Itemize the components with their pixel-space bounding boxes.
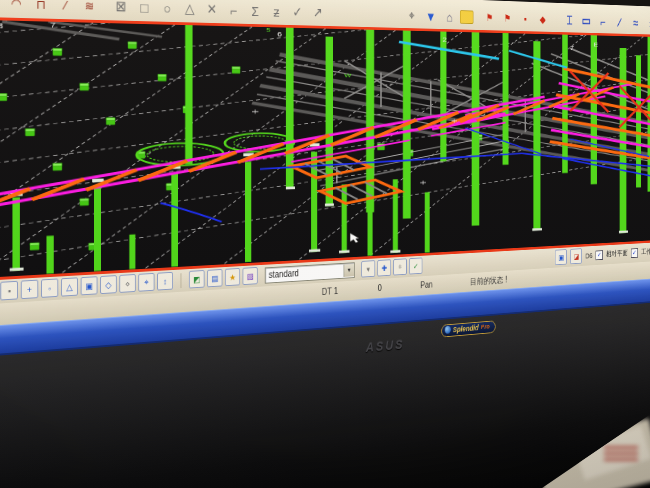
relative-plane-checkbox[interactable]: ✓ [596,250,603,260]
grid-label: 6 [277,31,282,38]
snap-free-icon[interactable]: ↕ [157,272,173,291]
polygon-cut-icon[interactable]: ≋ [79,0,100,17]
globe-icon [445,326,451,334]
cut-part-icon[interactable]: ⊓ [30,0,52,16]
grid-label: 3 [0,23,3,30]
steel-toolbar: ⌶ ▭ ⌐ ∕ ≈ » | [562,10,650,32]
view-hatch-icon[interactable]: ▨ [636,0,649,3]
cross-icon[interactable]: ✕ [202,0,222,21]
part-label: W [344,73,351,79]
work-plane-label: 工作平面 [641,246,650,257]
mouse-cursor-arrow [350,233,359,243]
workplane-home-icon[interactable]: ⌂ [441,6,458,27]
phase-indicator: DT 1 [322,286,338,297]
grid-label: 2 [443,37,447,43]
selection-filter-value: standard [269,268,299,280]
snap-midpoint-icon[interactable]: + [21,280,38,300]
find-icon[interactable]: ⌖ [403,5,420,26]
snap-center-icon[interactable]: ▪ [0,281,18,301]
view-split-icon[interactable]: ◧ [605,0,618,2]
connection-icon[interactable]: ▧ [243,267,258,285]
spiral-beam-icon[interactable]: ≈ [628,13,642,32]
select-all-icon[interactable]: ▾ [361,260,375,277]
chevron-down-icon[interactable]: ▾ [344,264,354,277]
check-icon[interactable]: ✓ [288,1,306,23]
part-label: 5 [266,27,271,33]
desk-paper-print [604,446,638,462]
vector-arrow-icon[interactable]: ↗ [309,2,327,24]
polybeam-icon[interactable]: ⌐ [596,12,611,32]
relative-plane-label: 相对平面 [606,248,628,260]
sticker-text-2: Pro [481,323,490,331]
line-cut-icon[interactable]: ∕ [55,0,77,17]
marker-toolbar: ⚑ ⚑ ▪ ◆ [482,8,551,30]
component-icon[interactable]: ◩ [189,270,205,288]
macro-icon[interactable]: ▤ [207,269,222,287]
mode-indicator: Pan [420,280,432,290]
model-viewport[interactable]: 3 7 6 2 7 E 5 11 W [0,16,650,283]
snap-intersection-icon[interactable]: ◦ [41,278,58,297]
view-pane-icon[interactable]: ▥ [621,0,634,3]
grid-stubs [0,38,509,263]
plane-flip-icon[interactable]: ◪ [570,248,582,264]
count-indicator: 0 [378,283,382,293]
cad-app-window: ▤ ▦ ◧ ▥ ▨ ▪ ◡ ◠ ⊓ ∕ ≋ ⊠ □ [0,0,650,488]
sigma-icon[interactable]: Σ [246,0,265,22]
triangle-icon[interactable]: △ [180,0,200,20]
monitor-screen: ▤ ▦ ◧ ▥ ▨ ▪ ◡ ◠ ⊓ ∕ ≋ ⊠ □ [0,0,650,488]
select-grid-icon[interactable]: ⌗ [393,258,407,275]
grid-label: 7 [50,22,56,29]
pin-icon[interactable]: ⚑ [482,8,498,28]
snap-reference-icon[interactable]: ⌖ [138,273,154,292]
view-grid-icon[interactable]: ▦ [589,0,603,1]
curved-beam-icon[interactable]: ∕ [612,12,627,31]
weld-cut-toolbar: ◡ ◠ ⊓ ∕ ≋ [0,0,100,17]
snap-perpendicular-icon[interactable]: △ [61,277,78,296]
stamp-icon[interactable]: ▪ [517,9,533,29]
toolbar-separator [181,273,182,288]
note-icon[interactable] [460,10,474,24]
plane-prefix-label: D6 [585,251,592,259]
splendid-sticker: Splendid Pro [441,320,496,337]
detail-icon[interactable]: ★ [225,268,240,286]
asus-logo: ASUS [366,336,405,354]
point-box-icon[interactable]: ⊠ [111,0,132,18]
grid-label: 7 [570,45,574,51]
corner-icon[interactable]: ⌐ [224,0,243,21]
top-toolbar-upper-row: ▤ ▦ ◧ ▥ ▨ ▪ [573,0,650,4]
beam-icon[interactable]: ▭ [579,11,594,31]
plane-view-icon[interactable]: ▣ [555,249,567,265]
arc-weld-icon[interactable]: ◠ [5,0,27,15]
column-icon[interactable]: ⌶ [562,10,577,30]
circle-icon[interactable]: ○ [157,0,177,19]
section-icon[interactable]: ƶ [267,0,286,22]
pin-alt-icon[interactable]: ⚑ [500,8,516,28]
cyan-braces [399,42,567,68]
grid-label: E [594,42,599,48]
select-ok-icon[interactable]: ✓ [409,257,422,274]
view-toolbar: ⌖ ▼ ⌂ [403,5,473,27]
photo-of-monitor: ▤ ▦ ◧ ▥ ▨ ▪ ◡ ◠ ⊓ ∕ ≋ ⊠ □ [0,0,650,488]
mark-icon[interactable]: ◆ [535,9,550,29]
filter-icon[interactable]: ▼ [422,6,439,27]
view-list-icon[interactable]: ▤ [573,0,587,1]
select-parts-icon[interactable]: ✚ [377,259,391,276]
rectangle-icon[interactable]: □ [134,0,154,19]
geometry-toolbar: ⊠ □ ○ △ ✕ ⌐ Σ ƶ ✓ ↗ [111,0,327,23]
twin-profile-icon[interactable]: » [645,13,650,32]
snap-line-icon[interactable]: ▣ [81,276,98,295]
work-plane-checkbox[interactable]: ✓ [631,248,638,258]
snap-nearest-icon[interactable]: ⋄ [119,274,135,293]
sticker-text: Splendid [453,323,479,334]
weld-icon[interactable]: ◡ [0,0,2,15]
snap-extension-icon[interactable]: ◇ [100,275,117,294]
status-message: 目前的状态 ! [470,274,507,288]
